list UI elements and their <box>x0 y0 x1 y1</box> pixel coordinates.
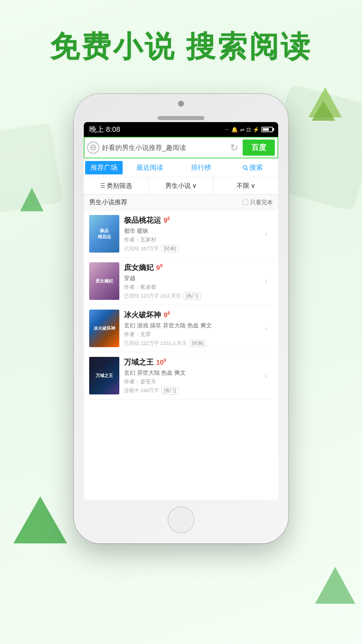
book-chevron-3: › <box>265 372 273 380</box>
filter-genre-btn[interactable]: 男生小说 ∨ <box>149 177 214 194</box>
book-title-2: 冰火破坏神 <box>124 310 161 320</box>
complete-only-checkbox[interactable] <box>243 200 248 205</box>
filter-category-btn[interactable]: ☰ 类别筛选 <box>84 177 149 194</box>
book-badge-0: [经典] <box>162 245 178 253</box>
book-rating-2: 98 <box>164 310 170 319</box>
lightning-icon: ⚡ <box>253 126 259 133</box>
book-author-3: 作者：逆苍天 <box>124 378 262 385</box>
bell-icon: 🔔 <box>231 126 238 133</box>
book-cover-3: 万域之王 <box>89 357 119 394</box>
book-cover-text-3: 万域之王 <box>89 357 119 394</box>
refresh-icon[interactable]: ↻ <box>227 141 241 154</box>
book-title-row-2: 冰火破坏神 98 <box>124 310 262 320</box>
book-cover-text-2: 冰火破坏神 <box>89 310 119 347</box>
book-rating-0: 96 <box>164 216 170 224</box>
book-rating-1: 99 <box>156 263 163 272</box>
book-cover-text-1: 庶女嫡妃 <box>89 262 119 300</box>
chevron-limit: ∨ <box>251 182 255 190</box>
status-bar: 晚上 8:08 ··· 🔔 ⇌ ⊡ ⚡ <box>84 122 278 137</box>
book-item[interactable]: 庶女嫡妃 庶女嫡妃 99 穿越 作者：夜凌都 已完结 123万字 10人关注 [… <box>84 258 278 305</box>
book-title-1: 庶女嫡妃 <box>124 263 154 273</box>
book-title-row-3: 万域之王 100 <box>124 357 262 367</box>
phone-camera <box>178 101 184 107</box>
book-tags-1: 穿越 <box>124 274 262 282</box>
section-header: 男生小说推荐 只看完本 <box>84 195 278 210</box>
complete-only-filter[interactable]: 只看完本 <box>243 199 273 206</box>
tab-search[interactable]: 搜索 <box>227 158 278 177</box>
book-title-0: 极品桃花运 <box>124 215 161 225</box>
book-list: 极品桃花运 极品桃花运 96 都市 暖昧 作者：五家村 已完结 167万字 [经… <box>84 210 278 500</box>
tab-recommend[interactable]: 推荐广场 <box>85 161 123 174</box>
book-tags-3: 玄幻 异世大陆 热血 爽文 <box>124 369 262 377</box>
filter-bar: ☰ 类别筛选 男生小说 ∨ 不限 ∨ <box>84 177 278 195</box>
phone-screen: 晚上 8:08 ··· 🔔 ⇌ ⊡ ⚡ <box>84 122 278 500</box>
battery-icon <box>261 127 273 132</box>
book-item[interactable]: 冰火破坏神 冰火破坏神 98 玄幻 游戏 搞笑 异世大陆 热血 爽文 作者：无罪… <box>84 305 278 352</box>
phone-speaker <box>158 116 204 120</box>
book-chevron-1: › <box>265 277 273 285</box>
book-author-1: 作者：夜凌都 <box>124 284 262 291</box>
status-icons: ··· 🔔 ⇌ ⊡ ⚡ <box>225 126 273 133</box>
bg-decoration-2 <box>0 122 63 213</box>
book-info-3: 万域之王 100 玄幻 异世大陆 热血 爽文 作者：逆苍天 连载中 246万字 … <box>124 357 262 394</box>
search-bar[interactable]: 好看的男生小说推荐_趣阅读 ↻ 百度 <box>84 137 278 158</box>
book-info-0: 极品桃花运 96 都市 暖昧 作者：五家村 已完结 167万字 [经典] <box>124 215 262 253</box>
bg-triangle-4 <box>20 188 44 211</box>
book-chevron-2: › <box>265 324 273 332</box>
book-info-2: 冰火破坏神 98 玄幻 游戏 搞笑 异世大陆 热血 爽文 作者：无罪 已完结 2… <box>124 310 262 347</box>
book-meta-1: 已完结 123万字 10人关注 [热门] <box>124 292 262 300</box>
home-button[interactable] <box>168 506 194 533</box>
home-bar <box>80 506 282 537</box>
page-headline: 免费小说 搜索阅读 <box>0 27 362 67</box>
svg-line-4 <box>246 169 248 170</box>
book-author-0: 作者：五家村 <box>124 236 262 244</box>
book-item[interactable]: 万域之王 万域之王 100 玄幻 异世大陆 热血 爽文 作者：逆苍天 连载中 2… <box>84 352 278 399</box>
tab-recent[interactable]: 最近阅读 <box>124 158 175 177</box>
book-tags-0: 都市 暖昧 <box>124 227 262 235</box>
search-tab-icon <box>242 165 248 171</box>
book-meta-3: 连载中 246万字 [热门] <box>124 387 262 394</box>
baidu-button[interactable]: 百度 <box>243 140 275 156</box>
book-title-row-0: 极品桃花运 96 <box>124 215 262 225</box>
complete-only-label: 只看完本 <box>250 199 273 206</box>
book-item[interactable]: 极品桃花运 极品桃花运 96 都市 暖昧 作者：五家村 已完结 167万字 [经… <box>84 210 278 258</box>
book-cover-2: 冰火破坏神 <box>89 310 119 347</box>
nav-tabs: 推荐广场 最近阅读 排行榜 搜索 <box>84 158 278 177</box>
filter-limit-btn[interactable]: 不限 ∨ <box>214 177 278 194</box>
book-chevron-0: › <box>265 230 273 238</box>
signal-icon: ··· <box>225 126 229 132</box>
search-input-text[interactable]: 好看的男生小说推荐_趣阅读 <box>102 143 225 152</box>
section-title: 男生小说推荐 <box>89 198 127 207</box>
tab-ranking[interactable]: 排行榜 <box>175 158 227 177</box>
data-icon: ⊡ <box>246 126 251 133</box>
book-cover-text-0: 极品桃花运 <box>89 215 119 253</box>
book-info-1: 庶女嫡妃 99 穿越 作者：夜凌都 已完结 123万字 10人关注 [热门] <box>124 263 262 300</box>
list-icon: ☰ <box>100 182 105 189</box>
chevron-genre: ∨ <box>192 182 197 190</box>
book-cover-0: 极品桃花运 <box>89 215 119 253</box>
bg-triangle-3 <box>315 567 355 604</box>
book-cover-1: 庶女嫡妃 <box>89 262 119 300</box>
book-badge-2: [经典] <box>189 340 206 347</box>
battery-fill <box>263 128 269 131</box>
book-author-2: 作者：无罪 <box>124 331 262 338</box>
bg-triangle-small <box>312 101 335 121</box>
book-rating-3: 100 <box>156 358 166 366</box>
globe-icon <box>87 142 99 154</box>
book-title-3: 万域之王 <box>124 357 154 367</box>
bg-triangle-1 <box>13 496 67 543</box>
book-title-row-1: 庶女嫡妃 99 <box>124 263 262 273</box>
phone-mockup: 晚上 8:08 ··· 🔔 ⇌ ⊡ ⚡ <box>74 94 288 543</box>
book-badge-1: [热门] <box>184 292 200 300</box>
book-tags-2: 玄幻 游戏 搞笑 异世大陆 热血 爽文 <box>124 322 262 329</box>
book-meta-2: 已完结 222万字 1151人关注 [经典] <box>124 340 262 347</box>
book-badge-3: [热门] <box>162 387 178 394</box>
wifi-icon: ⇌ <box>240 126 244 133</box>
book-meta-0: 已完结 167万字 [经典] <box>124 245 262 253</box>
phone-body: 晚上 8:08 ··· 🔔 ⇌ ⊡ ⚡ <box>74 94 288 543</box>
status-time: 晚上 8:08 <box>89 124 120 135</box>
